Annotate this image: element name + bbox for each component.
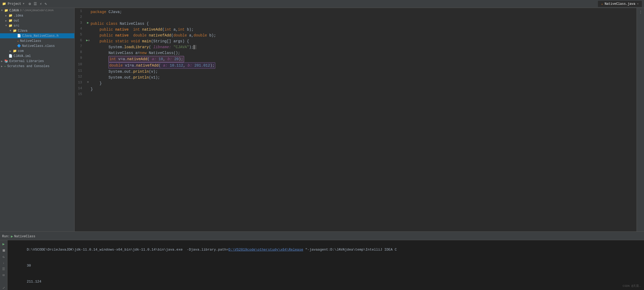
line-num-11: 11 <box>75 69 85 73</box>
settings-bottom-icon[interactable]: ☰ <box>2 267 5 271</box>
sidebar-item-out[interactable]: ▶ 📁 out <box>0 18 74 23</box>
sidebar-item-scratches[interactable]: ▶ ✏ Scratches and Consoles <box>0 64 74 69</box>
run-config-icon[interactable]: ⚡ <box>40 2 42 6</box>
code-line-5: 5 public native double nativefAdd(double… <box>75 32 637 38</box>
line-num-5: 5 <box>75 32 85 36</box>
sidebar-nativeclass-h-label: CJava_NativeClass.h <box>22 34 59 38</box>
line-num-4: 4 <box>75 27 85 31</box>
sidebar-item-com[interactable]: ▶ 📁 com <box>0 48 74 54</box>
editor-area: 1 package CJava; 2 3 ▶ public class Nati… <box>75 8 637 231</box>
sidebar-item-external-libs[interactable]: ▶ 📚 External Libraries <box>0 59 74 64</box>
cjava-folder-icon: 📁 <box>13 29 17 33</box>
expand-arrow-out-icon: ▶ <box>5 19 9 22</box>
rerun-icon[interactable]: ↺ <box>1 256 6 258</box>
console-output-30: 30 <box>27 264 31 268</box>
line-num-12: 12 <box>75 75 85 79</box>
expand-arrow-idea-icon: ▶ <box>5 14 9 17</box>
sidebar-com-label: com <box>18 49 24 53</box>
edit-icon[interactable]: ✎ <box>44 2 47 6</box>
out-folder-icon: 📁 <box>9 19 13 23</box>
line-num-1: 1 <box>75 9 85 13</box>
project-folder-icon: 📁 <box>4 9 8 13</box>
structure-icon[interactable]: ☰ <box>34 2 37 6</box>
sidebar-out-label: out <box>14 19 19 23</box>
scroll-down-icon[interactable]: ↓ <box>3 261 5 265</box>
scratch-icon: ✏ <box>4 64 6 68</box>
sidebar-item-iml[interactable]: 📄 CJAVA.iml <box>0 54 74 59</box>
sidebar-cjava-label: CJava <box>18 29 27 33</box>
sidebar-item-cjava[interactable]: ▼ 📁 CJava <box>0 28 74 33</box>
gutter-3: ▶ <box>85 21 91 25</box>
expand-arrow-libs-icon: ▶ <box>1 60 4 63</box>
watermark: CSDN @天晨. <box>623 284 641 288</box>
line-num-15: 15 <box>75 92 85 96</box>
sidebar-item-nativeclass-class[interactable]: 🔷 NativeClass.class <box>0 43 74 48</box>
line-content-3: public class NativeClass { <box>91 21 637 27</box>
sidebar-root[interactable]: ▼ 📁 CJAVA D:\JAVAjdeaCode\CJAVA <box>0 8 74 13</box>
console-output-211: 211.124 <box>27 280 41 284</box>
line-content-5: public native double nativefAdd(double a… <box>91 32 637 38</box>
console-line-1: D:\VSCODE\OrcleJavaJDK\jdk-11.0.14_windo… <box>10 242 641 258</box>
run-tab[interactable]: Run: ▶ NativeClass <box>2 234 35 239</box>
line-num-8: 8 <box>75 50 85 54</box>
console-cmd-text: D:\VSCODE\OrcleJavaJDK\jdk-11.0.14_windo… <box>27 248 228 252</box>
code-line-1: 1 package CJava; <box>75 9 637 15</box>
console-output[interactable]: D:\VSCODE\OrcleJavaJDK\jdk-11.0.14_windo… <box>7 240 644 290</box>
code-line-14: 14 } <box>75 86 637 92</box>
idea-folder-icon: 📁 <box>9 14 13 18</box>
main-layout: ▼ 📁 CJAVA D:\JAVAjdeaCode\CJAVA ▶ 📁 .ide… <box>0 8 644 231</box>
console-link-1[interactable]: D:\VS2019code\otherstudy\x64\Release <box>228 248 303 252</box>
dropdown-arrow-icon[interactable]: ▼ <box>23 2 24 5</box>
line-content-11: System.out.println(v); <box>91 69 637 75</box>
run-name: NativeClass <box>14 235 35 238</box>
sidebar-root-label: CJAVA <box>9 9 19 13</box>
title-bar: 📁 Project ▼ ⚙ ☰ ⚡ ✎ ☕ NativeClass.java × <box>0 0 644 8</box>
sidebar-item-idea[interactable]: ▶ 📁 .idea <box>0 13 74 18</box>
code-line-11: 11 System.out.println(v); <box>75 69 637 75</box>
run-play-icon[interactable]: ▶ <box>2 242 5 246</box>
settings-icon[interactable]: ⚙ <box>29 2 31 6</box>
line-num-13: 13 <box>75 80 85 84</box>
bottom-panel: Run: ▶ NativeClass ▶ ⏹ ↺ ↓ ☰ ⊟ ⤢ D:\VSCO… <box>0 231 644 290</box>
h-file-icon: 📄 <box>17 34 21 38</box>
layout-icon[interactable]: ⊟ <box>3 273 5 277</box>
bottom-left-toolbar: ▶ ⏹ ↺ ↓ ☰ ⊟ ⤢ <box>0 240 7 290</box>
right-toolbar: ⋮ <box>637 8 644 231</box>
run-arrow-3-icon: ▶ <box>87 21 89 25</box>
sidebar-root-path: D:\JAVAjdeaCode\CJAVA <box>20 9 54 12</box>
sidebar: ▼ 📁 CJAVA D:\JAVAjdeaCode\CJAVA ▶ 📁 .ide… <box>0 8 75 231</box>
tab-close-button[interactable]: × <box>637 2 639 6</box>
project-label[interactable]: Project <box>8 2 21 6</box>
expand-arrow-scratches-icon: ▶ <box>1 65 4 68</box>
line-10-highlight: double v1=a.nativefAdd( a: 10.112, b: 20… <box>108 62 215 69</box>
line-num-14: 14 <box>75 86 85 90</box>
run-label: Run: <box>2 235 10 238</box>
console-line-2: 30 <box>10 258 641 274</box>
libs-icon: 📚 <box>4 59 8 63</box>
active-tab[interactable]: ☕ NativeClass.java × <box>598 1 642 7</box>
expand-icon[interactable]: ⤢ <box>2 286 5 290</box>
right-toolbar-icon-1[interactable]: ⋮ <box>639 10 642 14</box>
sidebar-item-src[interactable]: ▼ 📁 src <box>0 23 74 28</box>
sidebar-item-nativeclass[interactable]: ☕ NativeClass <box>0 38 74 43</box>
line-num-6: 6 <box>75 38 85 42</box>
expand-arrow-com-icon: ▶ <box>10 50 13 53</box>
line-content-1: package CJava; <box>91 9 637 15</box>
code-line-12: 12 System.out.println(v1); <box>75 75 637 80</box>
project-icon: 📁 <box>2 2 6 6</box>
stop-icon[interactable]: ⏹ <box>2 248 6 253</box>
fold-icon-13: ⊖ <box>87 80 89 84</box>
line-content-13: } <box>91 80 637 86</box>
line-content-6: public static void main(String[] args) { <box>91 38 637 44</box>
code-editor[interactable]: 1 package CJava; 2 3 ▶ public class Nati… <box>75 8 637 231</box>
sidebar-idea-label: .idea <box>14 14 23 18</box>
sidebar-external-libs-label: External Libraries <box>9 59 44 63</box>
line-content-12: System.out.println(v1); <box>91 75 637 80</box>
line-content-9: int v=a.nativeAdd( a: 10, b: 20); <box>91 56 637 62</box>
tab-file-icon: ☕ <box>601 2 603 6</box>
sidebar-item-nativeclass-h[interactable]: 📄 CJava_NativeClass.h <box>0 33 74 38</box>
code-line-15: 15 <box>75 92 637 98</box>
line-content-14: } <box>91 86 637 92</box>
line-content-8: NativeClass a=new NativeClass(); <box>91 50 637 56</box>
fold-icon-6: ⊖ <box>88 39 90 42</box>
